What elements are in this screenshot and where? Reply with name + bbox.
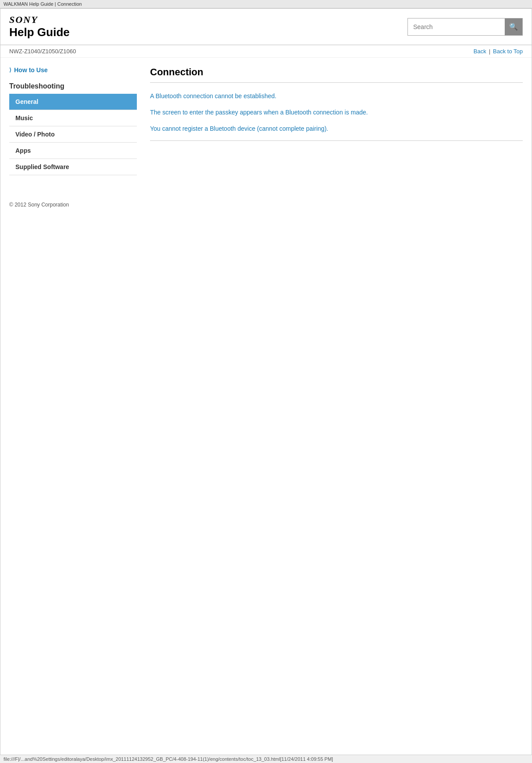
search-icon: 🔍 <box>509 22 518 31</box>
sidebar-item-general[interactable]: General <box>9 94 137 110</box>
content-area: ⟩ How to Use Troubleshooting General Mus… <box>0 58 532 184</box>
header: SONY Help Guide 🔍 <box>0 9 532 45</box>
sony-logo: SONY <box>9 14 70 26</box>
nav-bar: NWZ-Z1040/Z1050/Z1060 Back | Back to Top <box>0 45 532 58</box>
search-input[interactable] <box>408 20 505 34</box>
chevron-right-icon: ⟩ <box>9 67 11 73</box>
help-guide-title: Help Guide <box>9 26 70 39</box>
sidebar-item-video-photo[interactable]: Video / Photo <box>9 126 137 143</box>
header-branding: SONY Help Guide <box>9 14 70 39</box>
content-link-bluetooth-cannot[interactable]: A Bluetooth connection cannot be establi… <box>150 92 523 101</box>
model-number: NWZ-Z1040/Z1050/Z1060 <box>9 48 76 55</box>
status-bar-path: file:///F|/...and%20Settings/editoralaya… <box>4 756 333 757</box>
page-wrapper: SONY Help Guide 🔍 NWZ-Z1040/Z1050/Z1060 … <box>0 8 532 757</box>
search-button[interactable]: 🔍 <box>505 18 522 35</box>
status-bar: file:///F|/...and%20Settings/editoralaya… <box>0 755 532 757</box>
sidebar: ⟩ How to Use Troubleshooting General Mus… <box>9 66 137 175</box>
sidebar-item-music[interactable]: Music <box>9 110 137 126</box>
back-to-top-link[interactable]: Back to Top <box>493 48 523 55</box>
nav-separator: | <box>489 48 490 55</box>
sidebar-item-apps[interactable]: Apps <box>9 143 137 159</box>
browser-title-text: WALKMAN Help Guide | Connection <box>4 1 82 7</box>
sidebar-item-supplied-software[interactable]: Supplied Software <box>9 159 137 175</box>
footer: © 2012 Sony Corporation <box>0 193 532 217</box>
search-container: 🔍 <box>407 18 523 36</box>
content-link-cannot-register[interactable]: You cannot register a Bluetooth device (… <box>150 124 523 133</box>
content-link-passkey[interactable]: The screen to enter the passkey appears … <box>150 108 523 117</box>
sidebar-item-how-to-use[interactable]: ⟩ How to Use <box>9 66 137 74</box>
content-divider <box>150 140 523 141</box>
back-link[interactable]: Back <box>473 48 486 55</box>
nav-links: Back | Back to Top <box>473 48 523 55</box>
copyright-text: © 2012 Sony Corporation <box>9 202 69 208</box>
troubleshooting-heading: Troubleshooting <box>9 82 137 90</box>
browser-title-bar: WALKMAN Help Guide | Connection <box>0 0 532 8</box>
how-to-use-label: How to Use <box>14 66 48 74</box>
page-title: Connection <box>150 66 523 83</box>
main-content: Connection A Bluetooth connection cannot… <box>150 66 523 175</box>
